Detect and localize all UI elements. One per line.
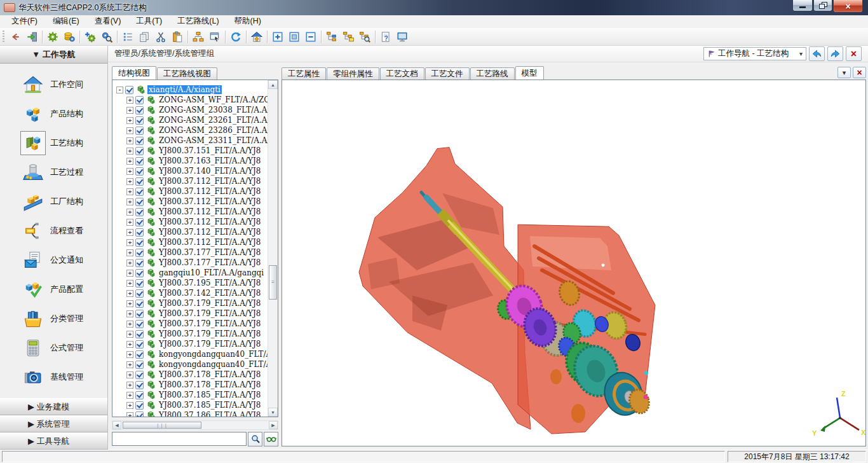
tree-expander[interactable]: +: [126, 239, 133, 246]
tree-expander[interactable]: +: [126, 351, 133, 358]
tree-expander[interactable]: +: [126, 361, 133, 368]
tree-expander[interactable]: +: [126, 280, 133, 287]
menu-edit[interactable]: 编辑(E): [45, 15, 87, 29]
tree-node-label[interactable]: YJ800.37.186_FLT/A.A/YJ8: [158, 411, 262, 417]
tree-node-label[interactable]: YJ800.37.177_FLT/A.A/YJ8: [158, 258, 262, 267]
tree-node-label[interactable]: YJ800.37.112_FLT/A.A/YJ8: [158, 187, 262, 196]
sidebar-item-process-structure[interactable]: 工艺结构: [0, 128, 107, 158]
tab-process-attributes[interactable]: 工艺属性: [281, 67, 326, 79]
tree-expander[interactable]: +: [126, 148, 133, 155]
sidebar-item-classify-manage[interactable]: 分类管理: [0, 304, 107, 333]
tree-expander[interactable]: +: [126, 97, 133, 104]
tree-checkbox[interactable]: [135, 350, 144, 359]
tree-checkbox[interactable]: [135, 279, 144, 287]
tree-vertical-scrollbar[interactable]: ▲ ≡ ▼: [268, 80, 278, 417]
sidebar-section-tool-navigation[interactable]: ▶ 工具导航: [0, 432, 107, 450]
tree-node-label[interactable]: YJ800.37.179_FLT/A.A/YJ8: [158, 340, 262, 349]
toolbar-collapse-all-button[interactable]: [302, 29, 319, 45]
scrollbar-thumb[interactable]: | | |: [123, 422, 201, 429]
tree-expander[interactable]: +: [126, 259, 133, 266]
tree-checkbox[interactable]: [135, 361, 144, 369]
tree-checkbox[interactable]: [135, 411, 144, 417]
toolbar-db-config-button[interactable]: [61, 29, 78, 45]
tree-checkbox[interactable]: [135, 147, 144, 155]
toolbar-settings-button[interactable]: [44, 29, 61, 45]
tree-checkbox[interactable]: [135, 198, 144, 206]
tree-node-label[interactable]: YJ800.37.112_FLT/A.A/YJ8: [158, 218, 262, 226]
tree-node-label[interactable]: ZONG-ASM_23286_FLT/A.A/Z: [158, 126, 268, 135]
tree-checkbox[interactable]: [135, 228, 144, 237]
search-button[interactable]: [248, 432, 262, 446]
toolbar-tree-structure-button[interactable]: [190, 29, 207, 45]
tree-checkbox[interactable]: [135, 330, 144, 338]
menu-help[interactable]: 帮助(H): [227, 15, 269, 29]
nav-selector-dropdown[interactable]: 工作导航 - 工艺结构 ▾: [703, 47, 806, 60]
toolbar-tree-tag-button[interactable]: [340, 29, 356, 45]
tree-checkbox[interactable]: [135, 188, 144, 196]
tree-expander[interactable]: +: [126, 127, 133, 134]
tab-process-file[interactable]: 工艺文件: [425, 67, 470, 79]
sidebar-item-process-flow[interactable]: 工艺过程: [0, 158, 107, 187]
tree-checkbox[interactable]: [135, 371, 144, 379]
close-button[interactable]: ×: [833, 0, 863, 13]
tree-expander[interactable]: +: [126, 198, 133, 205]
toolbar-paste-button[interactable]: [169, 29, 186, 45]
toolbar-tree-search-button[interactable]: [356, 29, 373, 45]
tree-expander[interactable]: +: [126, 392, 133, 399]
tree-checkbox[interactable]: [135, 177, 144, 186]
tree-expander[interactable]: +: [126, 270, 133, 277]
tree-checkbox[interactable]: [135, 401, 144, 410]
tree-expander[interactable]: +: [126, 168, 133, 175]
tree-expander[interactable]: +: [126, 371, 133, 378]
tree-node-label[interactable]: gangqiu10_FLT/A.A/gangqi: [158, 268, 265, 277]
tree-node-label[interactable]: YJ800.37.112_FLT/A.A/YJ8: [158, 177, 262, 186]
tree-node-label[interactable]: YJ800.37.179_FLT/A.A/YJ8: [158, 309, 262, 318]
tree-node-label[interactable]: ZONG-ASM_23038_FLT/A.A/Z: [158, 106, 268, 114]
tree-expander[interactable]: +: [126, 209, 133, 216]
tree-expander[interactable]: +: [126, 219, 133, 226]
tree-checkbox[interactable]: [135, 340, 144, 349]
restore-button[interactable]: [813, 0, 832, 11]
tree-checkbox[interactable]: [135, 96, 144, 104]
tree-horizontal-scrollbar[interactable]: ◀ | | | ▶: [112, 420, 278, 430]
menu-tools[interactable]: 工具(T): [128, 15, 170, 29]
toolbar-fit-window-button[interactable]: [286, 29, 302, 45]
tree-node-label[interactable]: YJ800.37.195_FLT/A.A/YJ8: [158, 279, 262, 287]
tree-checkbox[interactable]: [135, 157, 144, 165]
tree-node-label[interactable]: YJ800.37.142_FLT/A.A/YJ8: [158, 289, 262, 298]
nav-close-button[interactable]: ×: [846, 46, 862, 61]
toolbar-cut-button[interactable]: [153, 29, 169, 45]
tree-checkbox[interactable]: [135, 116, 144, 125]
toolbar-expand-all-button[interactable]: [269, 29, 286, 45]
tree-expander[interactable]: +: [126, 321, 133, 328]
tree-expander[interactable]: +: [126, 402, 133, 409]
toolbar-gear-add-button[interactable]: [82, 29, 98, 45]
tree-checkbox[interactable]: [135, 381, 144, 389]
sidebar-item-flow-view[interactable]: 流程查看: [0, 216, 107, 245]
tree-checkbox[interactable]: [135, 106, 144, 114]
toolbar-tree-list-button[interactable]: [119, 29, 136, 45]
sidebar-section-system-management[interactable]: ▶ 系统管理: [0, 415, 107, 432]
tree-checkbox[interactable]: [135, 238, 144, 247]
tree-node-label[interactable]: YJ800.37.177_FLT/A.A/YJ8: [158, 248, 262, 257]
sidebar-item-notice[interactable]: 公文通知: [0, 245, 107, 275]
tree-expander[interactable]: +: [126, 249, 133, 256]
menu-view[interactable]: 查看(V): [87, 15, 129, 29]
browse-button[interactable]: [264, 432, 278, 446]
tree-checkbox[interactable]: [135, 208, 144, 216]
menu-process-route[interactable]: 工艺路线(L): [170, 15, 226, 29]
tree-node-label[interactable]: kongyongdangquan40_FLT/A: [158, 360, 268, 369]
tree-expander[interactable]: +: [126, 331, 133, 338]
tree-checkbox[interactable]: [135, 289, 144, 298]
sidebar-item-baseline-manage[interactable]: 基线管理: [0, 363, 107, 392]
sidebar-item-workspace[interactable]: 工作空间: [0, 70, 107, 99]
sidebar-section-business-modeling[interactable]: ▶ 业务建模: [0, 398, 107, 415]
tree-node-label[interactable]: YJ800.37.185_FLT/A.A/YJ8: [158, 390, 262, 399]
tree-node-label[interactable]: YJ800.37.112_FLT/A.A/YJ8: [158, 207, 262, 216]
tree-expander[interactable]: +: [126, 107, 133, 114]
tab-process-document[interactable]: 工艺文档: [380, 67, 424, 79]
tree-expander[interactable]: +: [126, 290, 133, 297]
toolbar-back-button[interactable]: [7, 29, 24, 45]
tab-process-route[interactable]: 工艺路线: [470, 67, 515, 79]
tree-node-label[interactable]: YJ800.37.179_FLT/A.A/YJ8: [158, 329, 262, 338]
